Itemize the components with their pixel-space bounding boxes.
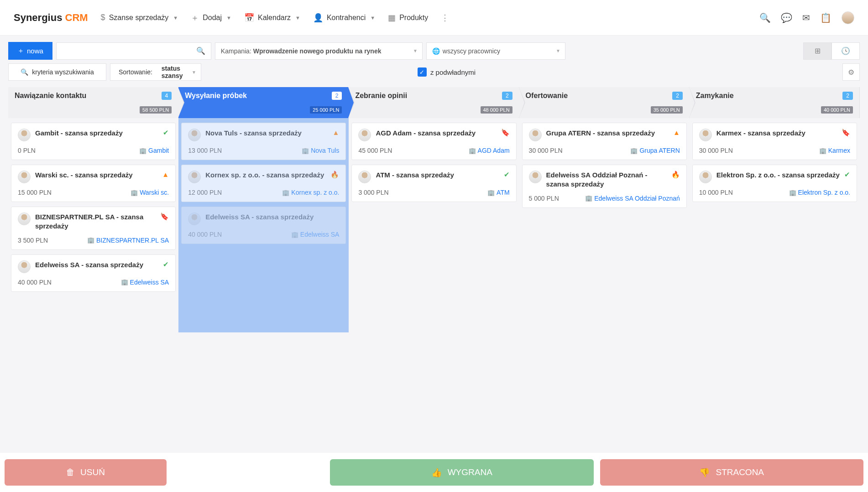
opportunity-card[interactable]: ATM - szansa sprzedaży ✔ 3 000 PLN 🏢ATM <box>351 165 516 202</box>
card-company-link[interactable]: 🏢Kornex sp. z o.o. <box>282 189 339 196</box>
column-count: 2 <box>842 92 853 100</box>
chevron-down-icon: ▼ <box>556 48 560 53</box>
card-avatar <box>188 212 201 225</box>
clipboard-icon[interactable]: 📋 <box>820 12 831 23</box>
search-input[interactable]: 🔍 <box>56 42 211 60</box>
nav-contractors-label: Kontrahenci <box>327 14 366 22</box>
card-price: 3 000 PLN <box>358 189 388 196</box>
card-title: Grupa ATERN - szansa sprzedaży <box>546 129 669 138</box>
header-right: 🔍 💬 ✉ 📋 <box>759 11 854 24</box>
subordinates-checkbox-row[interactable]: ✓ z podwładnymi <box>418 67 476 77</box>
employee-select[interactable]: 🌐 wszyscy pracownicy ▼ <box>426 42 565 60</box>
card-price: 12 000 PLN <box>188 189 222 196</box>
card-company-link[interactable]: 🏢AGD Adam <box>469 147 510 154</box>
user-avatar[interactable] <box>842 11 854 24</box>
person-icon: 👤 <box>313 13 323 23</box>
column-count: 4 <box>162 92 172 100</box>
card-company-link[interactable]: 🏢ATM <box>487 189 510 196</box>
card-company-link[interactable]: 🏢BIZNESPARTNER.PL SA <box>87 237 169 244</box>
check-icon: ✔ <box>844 171 850 179</box>
campaign-select[interactable]: Kampania: Wprowadzenie nowego produktu n… <box>215 42 423 60</box>
column-sum: 40 000 PLN <box>821 106 853 114</box>
card-title: Karmex - szansa sprzedaży <box>716 129 837 138</box>
check-icon: ✔ <box>163 260 169 269</box>
card-price: 30 000 PLN <box>529 147 563 154</box>
column-header[interactable]: Nawiązanie kontaktu 4 58 500 PLN <box>8 87 178 118</box>
card-title: Nova Tuls - szansa sprzedaży <box>205 129 328 138</box>
nav-calendar[interactable]: 📅 Kalendarz ▼ <box>244 13 300 23</box>
kanban-view-button[interactable]: ⊞ <box>803 42 831 60</box>
card-title: Warski sc. - szansa sprzedaży <box>35 171 157 180</box>
opportunity-card[interactable]: Elektron Sp. z o.o. - szansa sprzedaży ✔… <box>692 165 857 202</box>
column-body: Gambit - szansa sprzedaży ✔ 0 PLN 🏢Gambi… <box>8 118 178 332</box>
opportunity-card[interactable]: Edelweiss SA - szansa sprzedaży ✔ 40 000… <box>11 254 176 292</box>
card-company-link[interactable]: 🏢Elektron Sp. z o.o. <box>789 189 850 196</box>
card-company-link[interactable]: 🏢Gambit <box>139 147 169 154</box>
card-company-link[interactable]: 🏢Edelweiss SA Oddział Poznań <box>585 195 680 202</box>
building-icon: 🏢 <box>585 195 592 202</box>
opportunity-card[interactable]: Grupa ATERN - szansa sprzedaży ▲ 30 000 … <box>522 123 687 160</box>
opportunity-card[interactable]: Karmex - szansa sprzedaży 🔖 30 000 PLN 🏢… <box>692 123 857 160</box>
fire-icon: 🔥 <box>671 171 680 179</box>
opportunity-card[interactable]: Gambit - szansa sprzedaży ✔ 0 PLN 🏢Gambi… <box>11 123 176 160</box>
column-header[interactable]: Zamykanie 2 40 000 PLN <box>690 87 860 118</box>
card-company-link[interactable]: 🏢Nova Tuls <box>302 147 339 154</box>
column-header[interactable]: Wysyłanie próbek 2 25 000 PLN <box>178 87 349 118</box>
column-body: Karmex - szansa sprzedaży 🔖 30 000 PLN 🏢… <box>690 118 860 332</box>
bookmark-icon: 🔖 <box>160 212 169 221</box>
column-header[interactable]: Ofertowanie 2 35 000 PLN <box>519 87 690 118</box>
nav-opportunities-label: Szanse sprzedaży <box>109 14 169 22</box>
timeline-view-button[interactable]: 🕓 <box>831 42 860 60</box>
nav-opportunities[interactable]: $ Szanse sprzedaży ▼ <box>101 13 178 22</box>
gear-icon: ⚙ <box>848 68 854 77</box>
opportunity-card[interactable]: Edelweiss SA Oddział Poznań - szansa spr… <box>522 165 687 208</box>
nav-products[interactable]: ▦ Produkty <box>388 13 428 23</box>
settings-button[interactable]: ⚙ <box>842 63 860 81</box>
card-company-link[interactable]: 🏢Warski sc. <box>131 189 169 196</box>
search-icon[interactable]: 🔍 <box>759 12 771 23</box>
warning-icon: ▲ <box>333 129 340 136</box>
checkbox-checked-icon[interactable]: ✓ <box>418 67 427 77</box>
column-body: Nova Tuls - szansa sprzedaży ▲ 13 000 PL… <box>178 118 349 332</box>
mail-icon[interactable]: ✉ <box>802 12 810 23</box>
building-icon: 🏢 <box>282 189 289 196</box>
column-count: 2 <box>502 92 512 100</box>
opportunity-card[interactable]: Nova Tuls - szansa sprzedaży ▲ 13 000 PL… <box>181 123 346 160</box>
search-icon: 🔍 <box>196 47 205 55</box>
column-header[interactable]: Zebranie opinii 2 48 000 PLN <box>349 87 519 118</box>
card-avatar <box>699 129 712 141</box>
card-price: 13 000 PLN <box>188 147 222 154</box>
card-company-link[interactable]: 🏢Karmex <box>819 147 850 154</box>
chat-icon[interactable]: 💬 <box>781 12 792 23</box>
sort-button[interactable]: Sortowanie: status szansy ▼ <box>110 63 201 81</box>
card-avatar <box>529 171 542 183</box>
chevron-down-icon: ▼ <box>413 48 418 53</box>
opportunity-card[interactable]: Edelweiss SA - szansa sprzedaży 40 000 P… <box>181 207 346 244</box>
building-icon: 🏢 <box>487 189 495 196</box>
card-company-link[interactable]: 🏢Edelweiss SA <box>291 231 340 238</box>
card-title: ATM - szansa sprzedaży <box>376 171 499 180</box>
card-avatar <box>18 212 31 225</box>
card-avatar <box>699 171 712 183</box>
column-count: 2 <box>332 92 342 100</box>
opportunity-card[interactable]: Warski sc. - szansa sprzedaży ▲ 15 000 P… <box>11 165 176 202</box>
opportunity-card[interactable]: AGD Adam - szansa sprzedaży 🔖 45 000 PLN… <box>351 123 516 160</box>
search-icon: 🔍 <box>21 68 28 76</box>
main-header: Synergius CRM $ Szanse sprzedaży ▼ ＋ Dod… <box>0 0 868 36</box>
nav-add[interactable]: ＋ Dodaj ▼ <box>191 12 231 23</box>
nav-contractors[interactable]: 👤 Kontrahenci ▼ <box>313 13 375 23</box>
nav-more[interactable]: ⋮ <box>441 13 449 23</box>
opportunity-card[interactable]: BIZNESPARTNER.PL SA - szansa sprzedaży 🔖… <box>11 207 176 250</box>
criteria-button[interactable]: 🔍 kryteria wyszukiwania <box>8 63 106 81</box>
card-price: 3 500 PLN <box>18 237 48 244</box>
card-company-link[interactable]: 🏢Grupa ATERN <box>630 147 680 154</box>
column-sum: 58 500 PLN <box>140 106 172 114</box>
opportunity-card[interactable]: Kornex sp. z o.o. - szansa sprzedaży 🔥 1… <box>181 165 346 202</box>
new-button[interactable]: ＋ nowa <box>8 42 52 60</box>
chevron-down-icon: ▼ <box>370 15 375 21</box>
warning-icon: ▲ <box>673 129 680 136</box>
logo-brand: Synergius <box>14 12 62 23</box>
card-title: Edelweiss SA - szansa sprzedaży <box>35 260 158 269</box>
chevron-down-icon: ▼ <box>173 15 178 21</box>
card-company-link[interactable]: 🏢Edelweiss SA <box>121 279 169 286</box>
